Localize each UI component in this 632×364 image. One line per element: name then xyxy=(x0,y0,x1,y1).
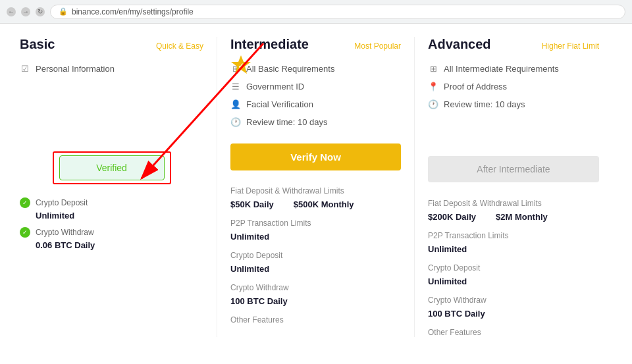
int-crypto-deposit-title: Crypto Deposit xyxy=(230,251,401,260)
intermediate-limits: Fiat Deposit & Withdrawal Limits $50K Da… xyxy=(230,186,401,325)
basic-title: Basic xyxy=(20,37,55,52)
personal-info-label: Personal Information xyxy=(36,64,115,74)
forward-button[interactable]: → xyxy=(21,7,30,16)
int-req-review: 🕐 Review time: 10 days xyxy=(230,117,401,127)
intermediate-requirements: ⊞ All Basic Requirements ☰ Government ID… xyxy=(230,64,401,127)
basic-limits: ✓ Crypto Deposit Unlimited ✓ Crypto With… xyxy=(20,197,203,250)
browser-chrome: ← → ↻ 🔒 binance.com/en/my/settings/profi… xyxy=(0,0,632,24)
basic-requirements: ☑ Personal Information xyxy=(20,64,203,74)
verified-button: Verified xyxy=(59,155,165,180)
crypto-deposit-check: ✓ Crypto Deposit xyxy=(20,197,203,208)
intermediate-header: Intermediate Most Popular xyxy=(230,37,401,52)
int-p2p-value: Unlimited xyxy=(230,232,401,242)
proof-address-label: Proof of Address xyxy=(444,82,507,91)
advanced-action-area: After Intermediate xyxy=(428,153,599,186)
basic-column: Basic Quick & Easy ☑ Personal Informatio… xyxy=(20,37,217,337)
basic-action-area: Verified xyxy=(20,151,203,184)
proof-address-icon: 📍 xyxy=(428,82,438,91)
int-fiat-row: $50K Daily $500K Monthly xyxy=(230,199,401,209)
personal-info-icon: ☑ xyxy=(20,64,30,74)
advanced-title: Advanced xyxy=(428,37,491,52)
crypto-withdraw-check: ✓ Crypto Withdraw xyxy=(20,227,203,238)
adv-other-features: Other Features xyxy=(428,328,599,337)
int-fiat-daily: $50K Daily xyxy=(230,199,274,209)
adv-req-intermediate: ⊞ All Intermediate Requirements xyxy=(428,64,599,74)
crypto-deposit-value: Unlimited xyxy=(36,211,203,221)
verify-now-button[interactable]: Verify Now xyxy=(230,143,401,170)
advanced-column: Advanced Higher Fiat Limit ⊞ All Interme… xyxy=(415,37,612,337)
lock-icon: 🔒 xyxy=(59,7,68,16)
adv-crypto-withdraw-title: Crypto Withdraw xyxy=(428,296,599,305)
adv-fiat-title: Fiat Deposit & Withdrawal Limits xyxy=(428,199,599,208)
back-button[interactable]: ← xyxy=(7,7,16,16)
adv-crypto-deposit-title: Crypto Deposit xyxy=(428,263,599,273)
int-crypto-withdraw-title: Crypto Withdraw xyxy=(230,283,401,292)
crypto-withdraw-label: Crypto Withdraw xyxy=(36,228,94,237)
adv-fiat-row: $200K Daily $2M Monthly xyxy=(428,212,599,222)
page-content: ✓ Basic Quick & Easy ☑ Personal Informat… xyxy=(0,24,632,350)
url-text: binance.com/en/my/settings/profile xyxy=(72,7,194,16)
gov-id-icon: ☰ xyxy=(230,82,241,91)
int-req-govid: ☰ Government ID xyxy=(230,82,401,91)
intermediate-column: Intermediate Most Popular ⊞ All Basic Re… xyxy=(217,37,415,337)
basic-req-personal: ☑ Personal Information xyxy=(20,64,203,74)
int-other-features: Other Features xyxy=(230,315,401,325)
int-fiat-title: Fiat Deposit & Withdrawal Limits xyxy=(230,186,401,195)
adv-req-address: 📍 Proof of Address xyxy=(428,82,599,91)
int-crypto-deposit-value: Unlimited xyxy=(230,264,401,274)
basic-header: Basic Quick & Easy xyxy=(20,37,203,52)
gold-verified-badge: ✓ xyxy=(229,54,253,78)
facial-icon: 👤 xyxy=(230,99,241,109)
url-bar[interactable]: 🔒 binance.com/en/my/settings/profile xyxy=(50,5,625,19)
adv-review-icon: 🕐 xyxy=(428,99,438,109)
int-fiat-monthly: $500K Monthly xyxy=(294,199,354,209)
adv-crypto-deposit-value: Unlimited xyxy=(428,276,599,286)
svg-text:✓: ✓ xyxy=(238,61,244,70)
check-circle-withdraw: ✓ xyxy=(20,227,30,238)
adv-fiat-daily: $200K Daily xyxy=(428,212,476,222)
all-basic-label: All Basic Requirements xyxy=(246,64,334,74)
advanced-requirements: ⊞ All Intermediate Requirements 📍 Proof … xyxy=(428,64,599,109)
gov-id-label: Government ID xyxy=(246,82,304,91)
intermediate-title: Intermediate xyxy=(230,37,309,52)
all-intermediate-icon: ⊞ xyxy=(428,64,438,74)
intermediate-action-area: Verify Now xyxy=(230,140,401,173)
check-circle-deposit: ✓ xyxy=(20,197,30,208)
after-intermediate-button: After Intermediate xyxy=(428,156,599,182)
advanced-header: Advanced Higher Fiat Limit xyxy=(428,37,599,52)
adv-fiat-monthly: $2M Monthly xyxy=(496,212,548,222)
int-req-facial: 👤 Facial Verification xyxy=(230,99,401,109)
int-p2p-title: P2P Transaction Limits xyxy=(230,219,401,228)
adv-crypto-withdraw-value: 100 BTC Daily xyxy=(428,309,599,319)
adv-p2p-value: Unlimited xyxy=(428,244,599,254)
advanced-limits: Fiat Deposit & Withdrawal Limits $200K D… xyxy=(428,199,599,337)
kyc-columns: Basic Quick & Easy ☑ Personal Informatio… xyxy=(20,37,612,337)
adv-p2p-title: P2P Transaction Limits xyxy=(428,231,599,240)
basic-badge: Quick & Easy xyxy=(156,41,203,51)
advanced-badge: Higher Fiat Limit xyxy=(542,41,599,51)
adv-review-label: Review time: 10 days xyxy=(444,99,525,109)
int-req-basic: ⊞ All Basic Requirements xyxy=(230,64,401,74)
crypto-withdraw-value: 0.06 BTC Daily xyxy=(36,240,203,250)
review-time-icon: 🕐 xyxy=(230,117,241,127)
facial-label: Facial Verification xyxy=(246,99,313,109)
adv-req-review: 🕐 Review time: 10 days xyxy=(428,99,599,109)
review-time-label: Review time: 10 days xyxy=(246,117,328,127)
int-crypto-withdraw-value: 100 BTC Daily xyxy=(230,296,401,306)
all-intermediate-label: All Intermediate Requirements xyxy=(444,64,559,74)
reload-button[interactable]: ↻ xyxy=(36,7,45,16)
intermediate-badge: Most Popular xyxy=(354,41,401,51)
crypto-deposit-label: Crypto Deposit xyxy=(36,198,88,207)
